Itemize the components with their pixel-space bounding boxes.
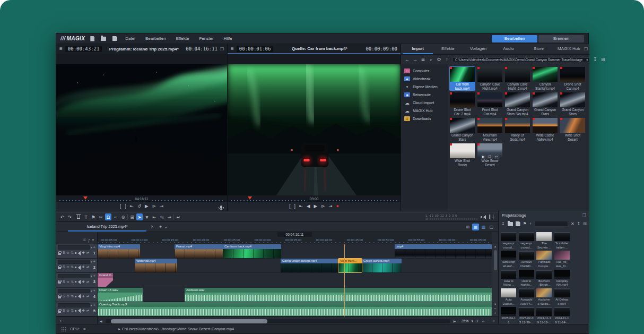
media-tab[interactable]: Audio [493,44,524,54]
projektablage-thumbnail[interactable] [519,307,534,316]
project-list-dropdown[interactable]: ▾ [165,225,167,229]
timeline-clip[interactable]: Franzi.mp4 [175,244,223,258]
mode-button[interactable]: Brennen [538,35,584,42]
menu-item[interactable]: Bearbeiten [142,36,169,41]
zoom-range-icon[interactable]: ↔ [482,319,485,323]
track-options-dropdown[interactable]: ▾ [91,304,92,307]
projektablage-thumbnail[interactable] [501,251,516,260]
mouse-mode-dropdown[interactable]: ▼ [144,213,150,220]
audio-record-mic-icon[interactable] [219,205,222,209]
pa-import-button[interactable]: ↧ [501,221,505,226]
projektablage-item[interactable]: Screengr ab Auf... [500,251,517,268]
projektablage-item[interactable]: Auswahl Auto Pl... [518,288,535,305]
track-transpose-icon[interactable]: ⇅ [71,280,74,284]
timeline-clip[interactable]: .mp4 [395,244,492,258]
options-gear-button[interactable]: ⚙ [437,57,441,62]
scroll-up-icon[interactable]: ▲ [494,245,497,249]
track-header[interactable]: ▾ + S ⊙ ⇅ ✚ ⇄ 4 [56,288,98,302]
projektablage-thumbnail[interactable] [519,270,534,279]
clip-area[interactable]: Vlog Intro.mp4 Franzi.mp4 Car from back.… [98,244,492,316]
clip-body[interactable] [281,263,338,272]
timeline-clip[interactable]: Vlog Intro.mp4 [98,244,140,258]
pa-flag-button[interactable]: ⚑ [523,221,527,226]
projektablage-item[interactable]: Playback Compa... [536,251,553,268]
track-fx-icon[interactable]: ✚ [82,280,84,284]
media-file-item[interactable]: Grand Canyon Stars Sky_4.mp4 [449,117,475,142]
track-size-icon[interactable]: ⇄ [86,266,89,269]
track-size-icon[interactable]: ⇄ [86,251,89,255]
timeline-clip[interactable]: Ambient.wav [185,288,492,302]
range-out-button[interactable]: ] [125,204,126,209]
marker-button[interactable]: ⚑ [90,213,97,220]
track-transpose-icon[interactable]: ⇅ [71,251,74,255]
ruler-options-dropdown[interactable]: ▾ [92,238,94,242]
preview-range-icon[interactable]: ☐ [487,155,493,159]
track-options-dropdown[interactable]: ▾ [91,275,92,278]
media-tab[interactable]: Vorlagen [463,44,493,54]
media-file-item[interactable]: Valley Of Gods.mp4 [504,117,530,142]
timeline-clip[interactable]: View from... [338,259,362,272]
projektablage-thumbnail[interactable] [501,270,516,279]
redo-button[interactable]: ↷ [66,213,73,220]
projektablage-thumbnail[interactable] [554,307,570,316]
sidebar-location-item[interactable]: ⇩ Downloads [401,115,448,123]
range-play-button[interactable]: ⊳ [152,204,156,209]
sidebar-location-item[interactable]: ☁ MAGIX Hub [401,107,448,115]
media-thumbnail[interactable] [477,92,502,107]
timeline-clip[interactable]: Car from back.mp4 [223,244,281,258]
mouse-mode-button[interactable]: ➤ [136,213,143,220]
media-thumbnail[interactable] [533,67,558,82]
media-file-item[interactable]: Grand Canyon Stars Sky_3.mp4 [560,92,586,116]
link-button[interactable]: ∞ [112,213,119,220]
projektablage-item[interactable]: Autoplay AIA.mp4 [554,270,571,287]
track-monitor-icon[interactable]: ⊙ [66,295,69,298]
playhead-line[interactable] [344,244,345,316]
timeline-clip[interactable]: Grand C... [98,273,113,287]
timeline-clip[interactable]: Camp under aurora.mp4 [281,259,338,272]
projektablage-thumbnail[interactable] [554,288,570,297]
track-name-input[interactable] [58,289,90,293]
source-current-timecode[interactable]: 00:00:01:06 [237,46,274,52]
projektablage-thumbnail[interactable] [536,270,552,279]
mute-master-icon[interactable] [480,213,486,220]
parent-folder-button[interactable]: ↑ [445,57,449,62]
zoom-dropdown-icon[interactable]: ▾ [471,319,473,323]
clip-body[interactable] [135,263,177,272]
track-fx-icon[interactable]: ✚ [82,266,84,269]
track-fx-icon[interactable]: ✚ [82,251,84,255]
import-button[interactable]: ↧ [593,57,597,62]
add-track-icon[interactable]: + [93,289,95,293]
search-button[interactable]: ⌕ [429,57,433,62]
back-button[interactable]: ← [405,57,410,62]
media-thumbnail[interactable] [533,92,558,107]
track-fx-icon[interactable]: ✚ [82,309,84,313]
track-solo-icon[interactable]: S [63,251,65,255]
timeline-clip[interactable]: Opening Track.mp3 [98,302,492,316]
media-tab[interactable]: Store [524,44,554,54]
track-lock-icon[interactable] [58,280,61,284]
sidebar-location-item[interactable]: ◉ Reiseroute [401,91,448,99]
track-size-icon[interactable]: ⇄ [86,295,89,298]
curve-edit-button[interactable]: ↵ [175,213,181,220]
add-track-icon[interactable]: + [93,275,95,278]
track-header[interactable]: ▾ + S ⊙ ⇅ ✚ ⇄ 5 [56,302,98,316]
track-lock-icon[interactable] [58,251,61,255]
monitor-menu-icon[interactable]: ≡ [231,46,234,52]
projektablage-thumbnail[interactable] [501,232,516,241]
vscroll-thumb[interactable] [494,250,497,270]
save-project-icon[interactable] [111,35,118,42]
zoom-out-icon[interactable]: − [488,319,490,323]
menu-item[interactable]: Fenster [196,36,216,41]
clip-body[interactable] [98,249,140,258]
project-tab[interactable]: Iceland Trip 2025.mp4* [68,222,146,232]
media-thumbnail[interactable] [450,118,475,133]
scroll-left-icon[interactable]: ◀ [98,319,105,323]
projektablage-item[interactable]: Bochum _Bergb... [536,270,553,287]
menu-item[interactable]: Datei [122,36,138,41]
preview-insert-icon[interactable]: ↩ [493,155,499,159]
clip-body[interactable] [395,249,492,258]
media-file-item[interactable]: Canyon Starlight.mp4 [532,66,558,91]
open-project-icon[interactable] [100,35,107,42]
add-project-icon[interactable]: + [159,224,162,229]
projektablage-thumbnail[interactable] [554,251,570,260]
